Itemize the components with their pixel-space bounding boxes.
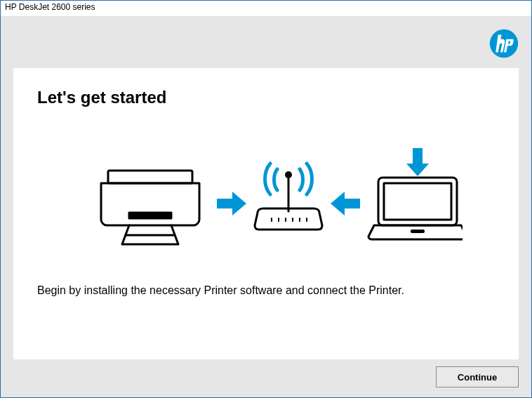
printer-icon <box>101 171 199 244</box>
laptop-icon <box>368 178 463 239</box>
svg-rect-17 <box>411 230 425 233</box>
logo-row <box>13 29 519 61</box>
arrow-left-icon <box>331 192 360 215</box>
outer-panel: Let's get started <box>1 16 531 397</box>
svg-rect-16 <box>384 183 451 220</box>
svg-rect-13 <box>345 199 360 208</box>
window-title: HP DeskJet 2600 series <box>1 1 531 16</box>
description-text: Begin by installing the necessary Printe… <box>37 283 430 298</box>
svg-point-6 <box>285 171 292 178</box>
installer-window: HP DeskJet 2600 series Let's get started <box>0 0 532 398</box>
svg-rect-1 <box>108 171 192 183</box>
svg-rect-14 <box>413 148 423 164</box>
content-card: Let's get started <box>13 68 519 359</box>
svg-rect-2 <box>129 213 171 218</box>
setup-illustration <box>37 142 495 255</box>
arrow-down-icon <box>406 148 429 176</box>
svg-rect-4 <box>217 199 232 208</box>
page-title: Let's get started <box>37 88 495 107</box>
svg-rect-15 <box>378 178 457 225</box>
arrow-right-icon <box>217 192 246 215</box>
button-row: Continue <box>13 366 519 387</box>
wifi-router-icon <box>255 164 322 230</box>
continue-button[interactable]: Continue <box>436 366 519 387</box>
hp-logo-icon <box>489 29 519 61</box>
